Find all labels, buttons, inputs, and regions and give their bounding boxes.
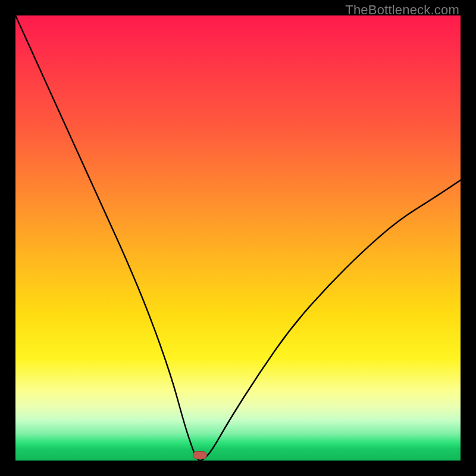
curve-path xyxy=(15,15,461,461)
watermark-text: TheBottleneck.com xyxy=(345,2,459,18)
optimum-marker xyxy=(193,451,207,459)
bottleneck-curve xyxy=(15,15,461,461)
chart-frame: TheBottleneck.com xyxy=(0,0,476,476)
plot-area xyxy=(15,15,461,461)
